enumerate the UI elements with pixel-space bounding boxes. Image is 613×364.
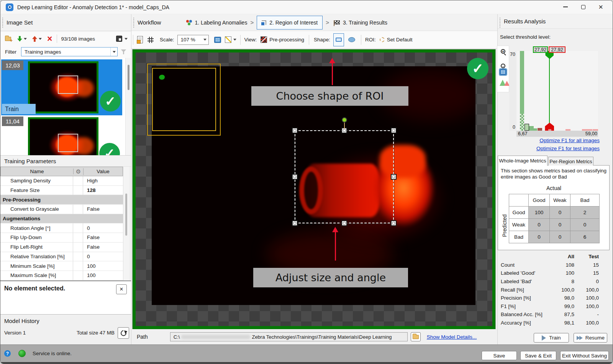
param-row[interactable]: Flip Up-DownFalse <box>0 233 123 243</box>
resize-handle-top-left[interactable] <box>292 128 298 133</box>
optimize-f1-test-link[interactable]: Optimize F1 for test images <box>536 146 600 151</box>
panel-grip <box>133 18 134 28</box>
ellipse-shape-icon <box>348 37 355 42</box>
show-model-details-link[interactable]: Show Model Details... <box>427 334 477 340</box>
resize-handle-bottom-left[interactable] <box>292 220 298 226</box>
col-header: Good <box>529 194 550 207</box>
fit-histogram-button[interactable] <box>500 69 506 75</box>
close-button[interactable]: × <box>592 1 610 13</box>
set-default-roi-button[interactable]: Set Default <box>387 37 413 43</box>
deep-learning-editor-window: Deep Learning Editor - Anomaly Detection… <box>0 0 613 364</box>
maximize-button[interactable] <box>574 1 592 13</box>
scale-select[interactable]: 107 % <box>177 35 209 45</box>
list-item[interactable]: 11,04 ✓ <box>1 115 122 155</box>
params-col-value[interactable]: Value <box>84 169 123 174</box>
clear-selection-button[interactable]: × <box>116 284 127 294</box>
gear-icon[interactable]: ⚙ <box>74 168 84 175</box>
import-dropdown-icon[interactable] <box>24 38 27 40</box>
add-folder-button[interactable]: + <box>5 37 11 41</box>
resize-handle-top-right[interactable] <box>391 128 397 133</box>
labeling-anomalies-icon <box>186 20 192 26</box>
help-icon[interactable]: ? <box>4 350 11 357</box>
crop-marks-icon[interactable] <box>148 37 154 43</box>
preprocessing-icon[interactable] <box>261 36 267 43</box>
histogram-bar <box>538 128 542 131</box>
filter-dropdown[interactable]: Training images <box>21 47 118 56</box>
image-canvas[interactable]: ✓ Choose shape of ROI Adjust size and an… <box>133 49 495 329</box>
clear-shape-dropdown-icon[interactable] <box>233 39 236 41</box>
preprocessing-label[interactable]: Pre-processing <box>269 37 304 43</box>
panel-divider[interactable] <box>131 14 131 344</box>
roi-selection-rect[interactable] <box>295 130 394 223</box>
export-images-button[interactable] <box>32 36 42 42</box>
resize-handle-middle-left[interactable] <box>292 174 298 180</box>
import-down-arrow-icon <box>17 36 22 42</box>
display-mode-button[interactable] <box>116 36 128 42</box>
minimize-button[interactable] <box>557 1 574 13</box>
scrollbar-thumb[interactable] <box>125 193 127 236</box>
workflow-title: Workflow <box>138 19 161 26</box>
train-button[interactable]: Train <box>534 333 569 343</box>
threshold-histogram[interactable] <box>516 51 598 131</box>
workflow-step-roi-active[interactable]: 2. Region of Interest <box>257 16 323 30</box>
clear-shape-button[interactable] <box>225 36 231 43</box>
param-section-row[interactable]: Augmentations <box>0 214 123 224</box>
close-icon: × <box>598 3 603 11</box>
param-row[interactable]: Minimum Scale [%]100 <box>0 261 123 271</box>
row-header: Good <box>509 207 529 219</box>
path-label: Path <box>137 334 148 340</box>
param-section-row[interactable]: Pre-Processing <box>0 195 123 205</box>
thumbnail-scrollbar[interactable] <box>125 58 131 155</box>
workflow-step-results[interactable]: 3. Training Results <box>343 20 387 26</box>
param-row[interactable]: Sampling DensityHigh <box>0 176 123 186</box>
zoom-out-button[interactable]: - <box>501 64 505 68</box>
refresh-history-button[interactable] <box>118 327 129 339</box>
shape-ellipse-button[interactable] <box>346 34 357 45</box>
filter-funnel-icon[interactable] <box>121 49 126 54</box>
param-row[interactable]: Relative Translation [%]0 <box>0 252 123 262</box>
report-icon[interactable] <box>137 36 143 43</box>
import-images-button[interactable] <box>17 36 27 42</box>
approved-check-icon: ✓ <box>467 58 488 79</box>
tab-per-region-metrics[interactable]: Per-Region Metrics <box>548 157 593 166</box>
param-row[interactable]: Flip Left-RightFalse <box>0 243 123 252</box>
thumbnail-roi-rect <box>58 134 78 152</box>
param-row[interactable]: Feature Size128 <box>0 186 123 195</box>
save-button[interactable]: Save <box>482 351 517 360</box>
param-row[interactable]: Maximum Scale [%]100 <box>0 271 123 280</box>
browse-folder-button[interactable] <box>411 332 421 341</box>
rotation-handle[interactable] <box>342 117 347 123</box>
metric-row: F1 [%]99,0100,0 <box>498 302 610 311</box>
tab-description-line1: This section shows metrics based on clas… <box>501 168 606 174</box>
param-row[interactable]: Rotation Angle [°]0 <box>0 223 123 233</box>
resize-handle-bottom-middle[interactable] <box>341 220 347 226</box>
workflow-step-labeling[interactable]: 1. Labeling Anomalies <box>195 20 247 26</box>
view-label: View: <box>244 37 257 43</box>
image-count-label: 93/108 images <box>61 36 95 42</box>
x-tick-min: 6,67 <box>518 131 527 136</box>
params-col-name[interactable]: Name <box>1 169 74 174</box>
shape-rectangle-button[interactable] <box>333 33 344 46</box>
optimize-f1-all-link[interactable]: Optimize F1 for all images <box>539 138 600 143</box>
delete-image-button[interactable]: × <box>47 35 52 43</box>
resize-handle-middle-right[interactable] <box>391 174 397 180</box>
histogram-toggle-button[interactable] <box>500 80 510 86</box>
save-and-exit-button[interactable]: Save & Exit <box>520 351 556 360</box>
exit-without-saving-button[interactable]: Exit Without Saving <box>560 351 609 360</box>
param-row[interactable]: Convert to GrayscaleFalse <box>0 205 123 214</box>
thumbnail-image[interactable] <box>28 61 98 113</box>
scrollbar-thumb[interactable] <box>128 65 129 90</box>
params-scrollbar[interactable] <box>123 167 129 280</box>
display-mode-dropdown-icon[interactable] <box>125 38 128 40</box>
zoom-in-button[interactable]: + <box>501 49 505 54</box>
tab-whole-image-metrics[interactable]: Whole-Image Metrics <box>498 156 547 166</box>
thumbnail-image[interactable] <box>28 117 98 155</box>
export-dropdown-icon[interactable] <box>39 38 42 40</box>
roi-label: ROI: <box>365 37 376 43</box>
list-item[interactable]: 12,03 ✓ Train <box>1 59 122 115</box>
resume-button[interactable]: Resume <box>574 333 607 343</box>
path-input[interactable]: C:\ Zebra Technologies\Trainings\Trainin… <box>170 332 408 341</box>
threshold-line[interactable] <box>549 55 550 127</box>
resize-handle-bottom-right[interactable] <box>391 220 397 226</box>
fit-to-window-button[interactable] <box>214 37 221 43</box>
